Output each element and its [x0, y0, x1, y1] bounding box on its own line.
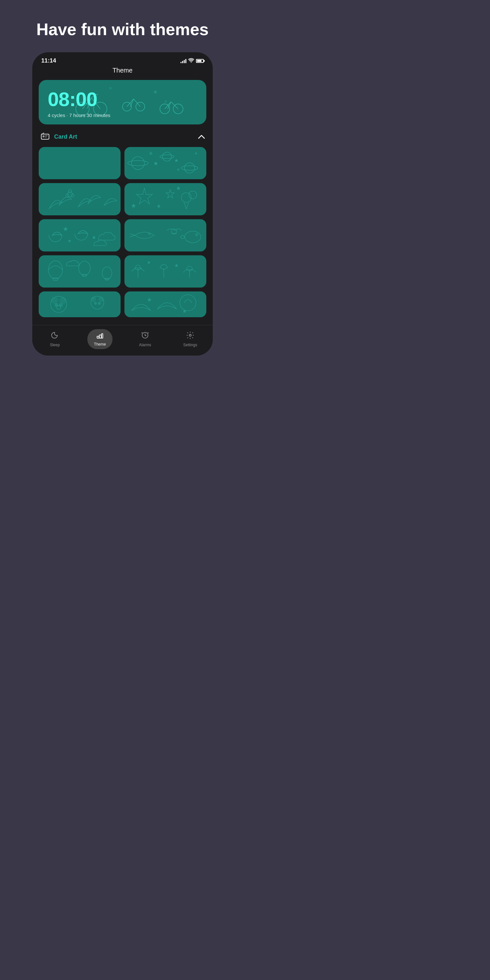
nav-item-sleep[interactable]: Sleep — [32, 331, 77, 347]
svg-text:★: ★ — [92, 235, 95, 239]
svg-rect-82 — [99, 335, 101, 338]
card-art-grid: ★ ★ — [39, 147, 206, 317]
alarm-card[interactable]: ★ ★ ★ 08:00 4 cycles · 7 hours 30 minute… — [39, 80, 206, 124]
svg-text:★: ★ — [154, 161, 158, 166]
card-art-item-10[interactable]: ★ ★ — [124, 291, 206, 317]
misc-pattern-icon: ★ ★ — [124, 291, 206, 317]
svg-point-72 — [57, 305, 60, 309]
nav-pill-theme: Theme — [88, 329, 112, 349]
nav-item-settings[interactable]: Settings — [168, 331, 213, 347]
svg-point-61 — [102, 267, 112, 279]
panda-pattern-icon — [39, 291, 121, 317]
card-art-item-3[interactable] — [39, 183, 121, 215]
wifi-icon — [188, 58, 194, 64]
collapse-chevron-icon[interactable] — [198, 133, 205, 140]
stars-pattern-icon: ★ ★ ★ — [124, 183, 206, 215]
card-art-item-8[interactable]: ★ ★ — [124, 255, 206, 288]
svg-point-49 — [148, 233, 150, 235]
nav-label-settings: Settings — [183, 343, 197, 347]
svg-text:★: ★ — [158, 204, 160, 208]
svg-point-32 — [150, 152, 152, 155]
svg-point-28 — [162, 152, 172, 161]
svg-point-26 — [132, 157, 145, 170]
svg-text:★: ★ — [148, 261, 150, 264]
svg-text:★: ★ — [132, 203, 136, 208]
svg-text:★: ★ — [175, 159, 178, 162]
svg-point-25 — [43, 133, 44, 134]
svg-point-52 — [196, 233, 198, 236]
alarms-icon — [141, 331, 149, 341]
svg-point-24 — [42, 134, 43, 134]
signal-bars-icon — [181, 59, 186, 63]
section-header: Card Art — [39, 132, 206, 142]
svg-point-34 — [195, 153, 197, 154]
nav-label-theme: Theme — [94, 342, 106, 347]
svg-point-51 — [185, 231, 201, 243]
section-header-left: Card Art — [40, 132, 77, 142]
svg-text:★: ★ — [148, 298, 151, 302]
theme-icon — [96, 332, 103, 341]
svg-point-74 — [91, 297, 96, 302]
card-art-icon — [40, 132, 50, 142]
svg-point-85 — [189, 334, 191, 336]
svg-marker-42 — [166, 189, 174, 198]
svg-rect-81 — [97, 336, 99, 338]
screen-content: Theme — [32, 67, 213, 324]
alarm-time: 08:00 — [48, 88, 197, 111]
svg-rect-54 — [53, 278, 58, 280]
card-art-item-7[interactable] — [39, 255, 121, 288]
svg-rect-22 — [45, 135, 48, 136]
svg-text:★: ★ — [68, 240, 71, 242]
status-bar: 11:14 — [32, 52, 213, 67]
svg-point-38 — [68, 189, 72, 193]
svg-rect-21 — [43, 135, 45, 137]
svg-marker-41 — [136, 188, 153, 204]
phone-frame: 11:14 Theme — [32, 52, 213, 356]
bottom-nav: Sleep Theme — [32, 325, 213, 356]
svg-point-57 — [79, 261, 90, 275]
card-art-item-4[interactable]: ★ ★ ★ — [124, 183, 206, 215]
svg-point-31 — [181, 166, 198, 170]
nav-item-theme[interactable]: Theme — [77, 329, 123, 349]
svg-rect-20 — [41, 134, 49, 139]
svg-point-33 — [177, 169, 179, 170]
svg-point-76 — [94, 302, 97, 305]
svg-rect-23 — [45, 137, 47, 137]
floral-pattern-icon: ★ ★ — [124, 255, 206, 288]
svg-point-68 — [51, 297, 58, 304]
card-art-item-6[interactable] — [124, 219, 206, 251]
svg-text:★: ★ — [175, 264, 178, 267]
svg-point-69 — [60, 297, 66, 304]
svg-rect-83 — [102, 334, 103, 338]
svg-point-30 — [185, 163, 195, 173]
svg-point-27 — [128, 161, 148, 166]
svg-text:★: ★ — [177, 186, 180, 191]
balloons-pattern-icon — [39, 255, 121, 288]
nav-item-alarms[interactable]: Alarms — [123, 331, 168, 347]
nav-label-alarms: Alarms — [139, 343, 151, 347]
status-time: 11:14 — [41, 57, 56, 64]
svg-point-29 — [160, 155, 174, 159]
animals-pattern-icon — [124, 219, 206, 251]
battery-icon — [196, 59, 204, 63]
sleep-icon — [51, 331, 59, 341]
nav-label-sleep: Sleep — [50, 343, 60, 347]
status-icons — [181, 58, 204, 64]
settings-icon — [186, 331, 194, 341]
alarm-detail: 4 cycles · 7 hours 30 minutes — [48, 113, 197, 118]
hero-title: Have fun with themes — [29, 19, 216, 39]
svg-text:★: ★ — [64, 226, 68, 231]
svg-point-78 — [180, 294, 196, 311]
card-art-item-2[interactable]: ★ ★ — [124, 147, 206, 179]
botanical-pattern-icon — [39, 183, 121, 215]
moon-pattern-icon: ★ ★ ★ — [39, 219, 121, 251]
svg-text:★: ★ — [183, 309, 186, 313]
svg-point-75 — [99, 297, 104, 302]
svg-point-77 — [98, 302, 100, 305]
svg-point-53 — [48, 261, 62, 279]
card-art-item-5[interactable]: ★ ★ ★ — [39, 219, 121, 251]
space-pattern-icon: ★ ★ — [124, 147, 206, 179]
card-art-item-9[interactable] — [39, 291, 121, 317]
screen-title: Theme — [39, 67, 206, 74]
card-art-item-1[interactable] — [39, 147, 121, 179]
